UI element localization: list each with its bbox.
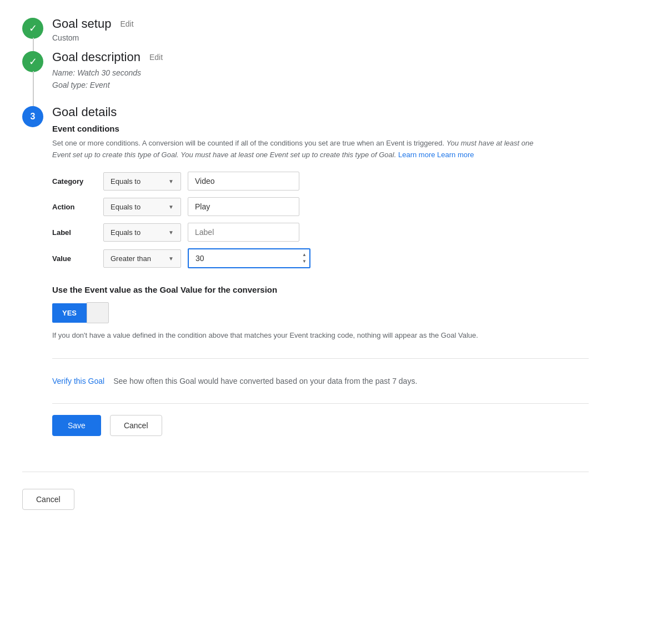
step-2-content: Goal description Edit Name: Watch 30 sec… [52,50,589,92]
label-label: Label [52,228,97,237]
toggle-container: YES [52,302,589,323]
spinner-up-button[interactable]: ▲ [300,252,308,258]
verify-section: Verify this Goal See how often this Goal… [52,370,589,392]
toggle-yes-button[interactable]: YES [52,303,87,323]
value-input-wrapper: ▲ ▼ [188,248,310,268]
action-dropdown-arrow: ▼ [168,204,174,210]
type-value: Event [90,81,110,89]
learn-more-link-text[interactable]: Learn more [437,151,474,159]
action-label: Action [52,203,97,211]
category-dropdown-arrow: ▼ [168,178,174,184]
step-2-title: Goal description [52,50,141,64]
event-conditions-title: Event conditions [52,124,589,133]
name-value: Watch 30 seconds [77,68,141,77]
divider-1 [52,358,589,359]
step-1-title: Goal setup [52,17,111,31]
desc-normal: Set one or more conditions. A conversion… [52,139,444,147]
label-dropdown-value: Equals to [111,228,141,237]
value-dropdown-arrow: ▼ [168,256,174,262]
label-input[interactable] [188,223,299,242]
checkmark-icon: ✓ [29,22,37,34]
save-button[interactable]: Save [52,415,101,436]
action-dropdown[interactable]: Equals to ▼ [103,198,181,216]
name-label: Name: [52,68,75,77]
goal-details-body: Event conditions Set one or more conditi… [52,124,589,447]
conditions-table: Category Equals to ▼ Action Equals to ▼ [52,172,589,268]
event-conditions-desc: Set one or more conditions. A conversion… [52,138,552,161]
label-dropdown[interactable]: Equals to ▼ [103,223,181,242]
step-2-icon: ✓ [22,51,43,72]
toggle-no-button[interactable] [87,302,109,323]
step-2-type: Goal type: Event [52,79,589,91]
category-input[interactable] [188,172,299,191]
action-buttons: Save Cancel [52,415,589,447]
label-condition-row: Label Equals to ▼ [52,223,589,242]
step-1-subtitle: Custom [52,33,589,42]
step-3-title: Goal details [52,105,117,119]
cancel-button[interactable]: Cancel [110,415,162,436]
bottom-divider [22,472,589,472]
goal-value-title: Use the Event value as the Goal Value fo… [52,285,589,294]
desc-italic-text: You must have at least one Event set up … [180,151,396,159]
step-2-meta: Name: Watch 30 seconds Goal type: Event [52,67,589,92]
step-1-goal-setup: ✓ Goal setup Edit Custom [22,17,589,42]
step-2-name: Name: Watch 30 seconds [52,67,589,79]
step-3-icon: 3 [22,106,43,127]
step-1-header: Goal setup Edit [52,17,589,31]
action-dropdown-value: Equals to [111,203,141,211]
goal-value-desc: If you don't have a value defined in the… [52,330,552,342]
spinner-down-button[interactable]: ▼ [300,259,308,264]
label-dropdown-arrow: ▼ [168,229,174,236]
divider-2 [52,403,589,404]
value-dropdown[interactable]: Greater than ▼ [103,249,181,268]
step-2-goal-description: ✓ Goal description Edit Name: Watch 30 s… [22,50,589,92]
category-condition-row: Category Equals to ▼ [52,172,589,191]
verify-goal-link[interactable]: Verify this Goal [52,377,104,385]
step-3-header: Goal details [52,105,589,119]
value-condition-row: Value Greater than ▼ ▲ ▼ [52,248,589,268]
step-2-header: Goal description Edit [52,50,589,64]
value-dropdown-value: Greater than [111,254,151,263]
step-3-content: Goal details Event conditions Set one or… [52,105,589,458]
category-label: Category [52,177,97,186]
value-input[interactable] [188,248,310,268]
spinner-buttons: ▲ ▼ [300,252,308,264]
checkmark-icon-2: ✓ [29,56,37,68]
bottom-cancel-button[interactable]: Cancel [22,489,74,510]
category-dropdown[interactable]: Equals to ▼ [103,172,181,191]
type-label: Goal type: [52,81,88,89]
verify-desc: See how often this Goal would have conve… [113,377,417,385]
learn-more-link[interactable]: Learn more [398,151,435,159]
step-1-content: Goal setup Edit Custom [52,17,589,42]
step-3-number: 3 [31,112,36,122]
step-1-icon: ✓ [22,18,43,39]
action-input[interactable] [188,197,299,216]
step-3-goal-details: 3 Goal details Event conditions Set one … [22,105,589,458]
action-condition-row: Action Equals to ▼ [52,197,589,216]
goal-value-section: Use the Event value as the Goal Value fo… [52,285,589,342]
value-label: Value [52,254,97,263]
step-2-edit-link[interactable]: Edit [149,53,163,62]
step-1-edit-link[interactable]: Edit [120,19,133,28]
category-dropdown-value: Equals to [111,177,141,186]
